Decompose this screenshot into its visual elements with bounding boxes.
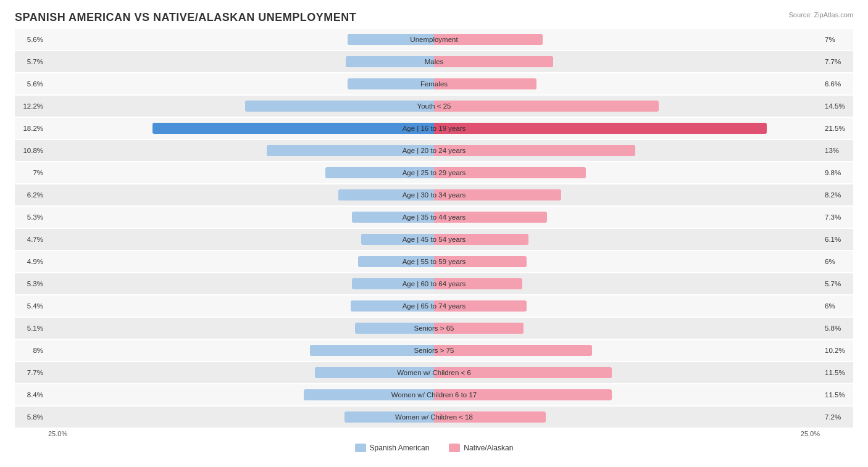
chart-row: 5.3%Age | 60 to 64 years5.7% xyxy=(15,273,853,294)
bar-left xyxy=(338,189,434,200)
legend-blue-label: Spanish American xyxy=(370,444,430,452)
bar-area: Age | 30 to 34 years xyxy=(47,184,821,205)
chart-row: 5.6%Unemployment7% xyxy=(15,29,853,50)
bar-area: Age | 60 to 64 years xyxy=(47,273,821,294)
bar-left xyxy=(348,78,434,89)
bar-area: Age | 45 to 54 years xyxy=(47,229,821,250)
right-value: 13% xyxy=(821,147,853,154)
bar-right xyxy=(434,145,635,156)
chart-container: SPANISH AMERICAN VS NATIVE/ALASKAN UNEMP… xyxy=(0,0,868,463)
bar-inner: Age | 30 to 34 years xyxy=(47,184,821,205)
left-value: 18.2% xyxy=(15,125,47,132)
bar-inner: Females xyxy=(47,73,821,94)
legend-pink: Native/Alaskan xyxy=(449,444,513,452)
right-value: 21.5% xyxy=(821,125,853,132)
bar-left xyxy=(152,123,434,134)
bar-right xyxy=(434,123,767,134)
legend-pink-color xyxy=(449,444,460,452)
bar-right xyxy=(434,167,586,178)
bar-area: Women w/ Children < 6 xyxy=(47,362,821,383)
bar-right xyxy=(434,389,612,400)
bar-area: Women w/ Children < 18 xyxy=(47,407,821,428)
chart-row: 5.7%Males7.7% xyxy=(15,51,853,72)
bar-inner: Age | 65 to 74 years xyxy=(47,295,821,316)
bar-left xyxy=(355,323,434,334)
chart-row: 12.2%Youth < 2514.5% xyxy=(15,96,853,117)
left-value: 4.9% xyxy=(15,258,47,265)
bar-left xyxy=(315,367,434,378)
bar-left xyxy=(348,34,434,45)
left-value: 4.7% xyxy=(15,236,47,243)
right-value: 5.7% xyxy=(821,280,853,287)
bar-area: Seniors > 65 xyxy=(47,318,821,339)
left-value: 5.6% xyxy=(15,36,47,43)
left-value: 5.8% xyxy=(15,413,47,421)
bar-inner: Age | 25 to 29 years xyxy=(47,162,821,183)
left-value: 5.3% xyxy=(15,213,47,221)
right-value: 7% xyxy=(821,36,853,43)
source-label: Source: ZipAtlas.com xyxy=(788,11,853,19)
axis-right: 25.0% xyxy=(801,430,820,437)
chart-row: 5.4%Age | 65 to 74 years6% xyxy=(15,295,853,316)
chart-row: 18.2%Age | 16 to 19 years21.5% xyxy=(15,118,853,139)
chart-area: 5.6%Unemployment7%5.7%Males7.7%5.6%Femal… xyxy=(15,29,853,428)
bar-inner: Age | 45 to 54 years xyxy=(47,229,821,250)
bar-left xyxy=(344,411,434,423)
chart-row: 7%Age | 25 to 29 years9.8% xyxy=(15,162,853,183)
legend-blue-color xyxy=(355,444,366,452)
chart-row: 4.9%Age | 55 to 59 years6% xyxy=(15,251,853,272)
right-value: 7.3% xyxy=(821,213,853,221)
bar-area: Age | 16 to 19 years xyxy=(47,118,821,139)
bar-inner: Age | 55 to 59 years xyxy=(47,251,821,272)
legend-blue: Spanish American xyxy=(355,444,430,452)
right-value: 7.2% xyxy=(821,413,853,421)
chart-row: 5.6%Females6.6% xyxy=(15,73,853,94)
chart-row: 5.3%Age | 35 to 44 years7.3% xyxy=(15,207,853,228)
bar-left xyxy=(245,101,434,112)
right-value: 6% xyxy=(821,302,853,310)
left-value: 5.3% xyxy=(15,280,47,287)
bar-right xyxy=(434,367,612,378)
right-value: 6.6% xyxy=(821,80,853,88)
bar-right xyxy=(434,78,536,89)
bar-inner: Seniors > 65 xyxy=(47,318,821,339)
bar-area: Age | 65 to 74 years xyxy=(47,295,821,316)
bar-area: Unemployment xyxy=(47,29,821,50)
bar-inner: Youth < 25 xyxy=(47,96,821,117)
left-value: 8% xyxy=(15,347,47,354)
right-value: 14.5% xyxy=(821,102,853,110)
axis-row: 25.0% 25.0% xyxy=(15,430,853,437)
bar-right xyxy=(434,34,543,45)
bar-area: Age | 20 to 24 years xyxy=(47,140,821,161)
bar-left xyxy=(361,234,434,245)
bar-right xyxy=(434,234,528,245)
left-value: 5.1% xyxy=(15,324,47,332)
bar-left xyxy=(325,167,434,178)
chart-row: 7.7%Women w/ Children < 611.5% xyxy=(15,362,853,383)
bar-left xyxy=(358,256,434,267)
bar-area: Women w/ Children 6 to 17 xyxy=(47,384,821,405)
bar-area: Females xyxy=(47,73,821,94)
left-value: 5.4% xyxy=(15,302,47,310)
right-value: 8.2% xyxy=(821,191,853,199)
bar-right xyxy=(434,411,546,423)
left-value: 5.6% xyxy=(15,80,47,88)
bar-area: Seniors > 75 xyxy=(47,340,821,361)
bar-right xyxy=(434,300,527,312)
bar-inner: Males xyxy=(47,51,821,72)
bar-inner: Age | 60 to 64 years xyxy=(47,273,821,294)
chart-title: SPANISH AMERICAN VS NATIVE/ALASKAN UNEMP… xyxy=(15,11,853,24)
bar-area: Age | 25 to 29 years xyxy=(47,162,821,183)
right-value: 9.8% xyxy=(821,169,853,176)
right-value: 6% xyxy=(821,258,853,265)
bar-left xyxy=(351,300,434,312)
axis-left: 25.0% xyxy=(48,430,67,437)
bar-left xyxy=(267,145,434,156)
bar-inner: Unemployment xyxy=(47,29,821,50)
bar-left xyxy=(310,345,434,356)
right-value: 5.8% xyxy=(821,324,853,332)
bar-area: Age | 35 to 44 years xyxy=(47,207,821,228)
chart-row: 4.7%Age | 45 to 54 years6.1% xyxy=(15,229,853,250)
legend-pink-label: Native/Alaskan xyxy=(464,444,513,452)
bar-right xyxy=(434,56,553,67)
